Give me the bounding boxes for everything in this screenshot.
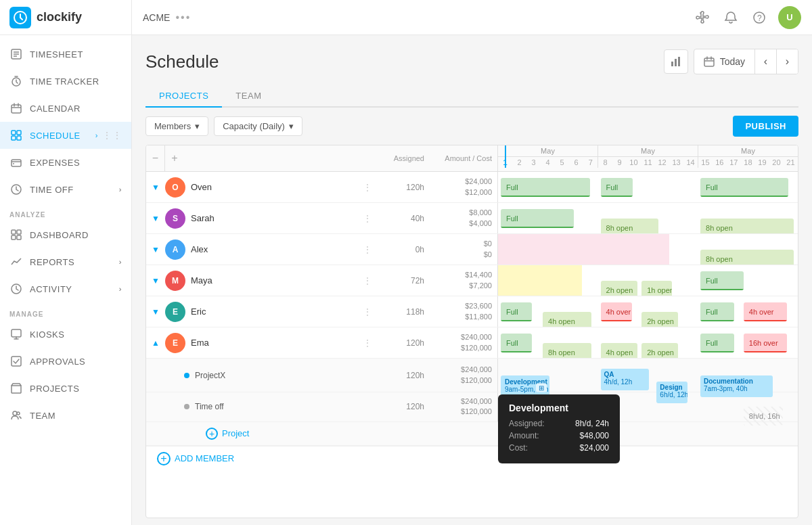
day-17: 17 — [727, 157, 741, 168]
timesheet-label: TIMESHEET — [30, 49, 83, 60]
projectx-dot — [184, 373, 189, 378]
svg-rect-32 — [671, 62, 673, 66]
bar-alex-pink — [498, 234, 669, 265]
user-avatar[interactable]: U — [778, 6, 801, 29]
sidebar-item-time-off[interactable]: TIME OFF › — [0, 176, 131, 203]
dots-eric[interactable]: ⋮ — [359, 306, 376, 317]
day-14: 14 — [683, 157, 698, 168]
publish-button[interactable]: PUBLISH — [733, 116, 798, 137]
bar-eric-3: 4h over — [598, 302, 640, 321]
day-8: 8 — [597, 157, 612, 168]
schedule-area-eric: Full 4h open 4h over 2h open Full — [498, 296, 798, 327]
members-dropdown[interactable]: Members ▾ — [145, 116, 208, 136]
fixed-member-oven: ▼ O Oven ⋮ 120h $24,000$12,000 — [146, 172, 498, 202]
svg-rect-11 — [12, 131, 16, 135]
add-project-button[interactable]: + Project — [206, 428, 249, 440]
schedule-icon — [9, 129, 23, 142]
dots-maya[interactable]: ⋮ — [359, 275, 376, 286]
month-may-2: May — [598, 145, 698, 156]
avatar-maya: M — [165, 271, 185, 291]
assigned-alex: 0h — [376, 245, 430, 254]
day-18: 18 — [741, 157, 755, 168]
topbar-actions: ? U — [693, 6, 801, 29]
topbar: ACME ••• ? U — [132, 0, 812, 35]
dev-expand-btn[interactable]: ⊞ — [536, 383, 547, 392]
main-content: ACME ••• ? U Schedule — [132, 0, 812, 525]
timeoff-assigned: 120h — [376, 402, 430, 411]
day-9: 9 — [612, 157, 627, 168]
reports-chevron: › — [119, 258, 122, 266]
reports-label: REPORTS — [30, 257, 74, 267]
bar-eric-1: Full — [498, 302, 540, 321]
bar-ema-5: Full — [698, 334, 742, 352]
tab-projects[interactable]: PROJECTS — [145, 85, 222, 108]
name-oven: Oven — [191, 182, 359, 192]
day-numbers: 1 2 3 4 5 6 7 8 9 10 11 12 13 14 — [498, 157, 798, 168]
time-off-label: TIME OFF — [30, 185, 74, 195]
sidebar-item-kiosks[interactable]: KIOSKS — [0, 321, 131, 348]
svg-rect-19 — [12, 230, 16, 234]
minus-button[interactable]: − — [146, 145, 165, 171]
add-member-label: ADD MEMBER — [175, 453, 234, 463]
avatar-eric: E — [165, 302, 185, 322]
day-16: 16 — [713, 157, 727, 168]
bar-oven-1: Full — [498, 178, 598, 197]
plus-button[interactable]: + — [165, 145, 184, 171]
expand-maya[interactable]: ▼ — [146, 276, 165, 286]
sidebar-item-activity[interactable]: ACTIVITY › — [0, 275, 131, 302]
bell-icon[interactable] — [721, 8, 740, 27]
kiosks-label: KIOSKS — [30, 329, 64, 340]
svg-point-29 — [17, 412, 20, 415]
name-sarah: Sarah — [191, 213, 359, 223]
topbar-dots: ••• — [175, 12, 191, 24]
expand-ema[interactable]: ▲ — [146, 338, 165, 348]
schedule-toolbar: Members ▾ Capacity (Daily) ▾ PUBLISH — [145, 116, 798, 137]
team-label: TEAM — [30, 411, 55, 421]
puzzle-icon[interactable] — [693, 8, 712, 27]
chart-button[interactable] — [664, 49, 688, 74]
add-project-row: + Project — [146, 422, 798, 446]
expand-eric[interactable]: ▼ — [146, 307, 165, 317]
member-row-maya: ▼ M Maya ⋮ 72h $14,400$7,200 2h open 1 — [146, 265, 798, 296]
fixed-member-alex: ▼ A Alex ⋮ 0h $0$0 — [146, 234, 498, 265]
project-fixed-projectx: ProjectX 120h $240,000$120,000 — [146, 359, 498, 392]
add-member-button[interactable]: + ADD MEMBER — [146, 446, 798, 471]
avatar-sarah: S — [165, 208, 185, 229]
timesheet-icon — [9, 47, 23, 61]
svg-rect-34 — [678, 57, 680, 66]
sidebar-item-reports[interactable]: REPORTS › — [0, 248, 131, 275]
assigned-header: Assigned — [184, 149, 430, 168]
fixed-member-maya: ▼ M Maya ⋮ 72h $14,400$7,200 — [146, 265, 498, 296]
sidebar-item-expenses[interactable]: EXPENSES — [0, 149, 131, 176]
sidebar-item-schedule[interactable]: SCHEDULE › ⋮⋮ — [0, 122, 131, 149]
capacity-dropdown[interactable]: Capacity (Daily) ▾ — [214, 116, 302, 136]
projectx-amount: $240,000$120,000 — [430, 365, 497, 386]
activity-label: ACTIVITY — [30, 284, 72, 294]
date-next-button[interactable]: › — [776, 49, 798, 74]
sidebar-item-team[interactable]: TEAM — [0, 402, 131, 429]
sidebar-item-calendar[interactable]: CALENDAR — [0, 95, 131, 122]
sidebar-item-projects[interactable]: PROJECTS — [0, 375, 131, 402]
dashboard-label: DASHBOARD — [30, 230, 89, 240]
expand-sarah[interactable]: ▼ — [146, 214, 165, 223]
dots-oven[interactable]: ⋮ — [359, 182, 376, 193]
member-row-alex: ▼ A Alex ⋮ 0h $0$0 8h open — [146, 234, 798, 265]
dots-ema[interactable]: ⋮ — [359, 338, 376, 348]
dots-alex[interactable]: ⋮ — [359, 244, 376, 255]
timeoff-name: Time off — [195, 402, 376, 411]
expand-oven[interactable]: ▼ — [146, 183, 165, 192]
dots-sarah[interactable]: ⋮ — [359, 213, 376, 224]
sidebar-item-timesheet[interactable]: TIMESHEET — [0, 41, 131, 68]
help-icon[interactable]: ? — [750, 8, 769, 27]
schedule-chevron: › — [95, 131, 98, 139]
sidebar-item-approvals[interactable]: APPROVALS — [0, 348, 131, 375]
schedule-drag-handle: ⋮⋮ — [102, 130, 122, 141]
amount-alex: $0$0 — [430, 239, 497, 260]
sidebar-item-time-tracker[interactable]: TIME TRACKER — [0, 68, 131, 95]
date-prev-button[interactable]: ‹ — [754, 49, 776, 74]
tab-team[interactable]: TEAM — [222, 85, 275, 108]
expand-alex[interactable]: ▼ — [146, 245, 165, 254]
day-12: 12 — [655, 157, 669, 168]
sidebar-item-dashboard[interactable]: DASHBOARD — [0, 221, 131, 248]
logo-icon — [9, 7, 31, 28]
